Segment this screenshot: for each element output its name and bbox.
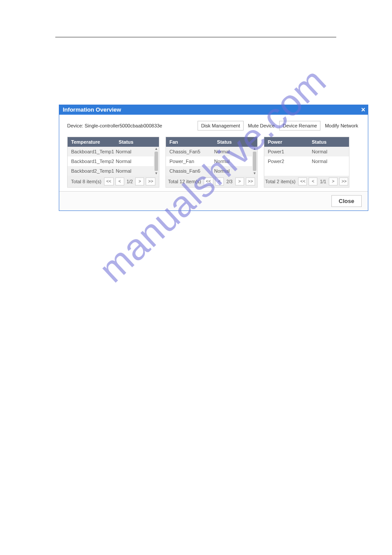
fan-header: Fan Status <box>166 137 257 147</box>
scrollbar[interactable]: ▲ ▼ <box>252 147 257 176</box>
disk-management-button[interactable]: Disk Management <box>198 121 244 131</box>
page-indicator: 1/1 <box>319 179 327 184</box>
dialog-title: Information Overview <box>63 106 121 113</box>
panels: Temperature Status Backboard1_Temp1 Norm… <box>67 137 360 188</box>
cell-name: Power2 <box>264 156 310 166</box>
page-indicator: 2/3 <box>226 179 234 184</box>
cell-name: Chassis_Fan5 <box>166 147 212 156</box>
fan-col-status: Status <box>215 137 257 147</box>
page-first-button[interactable]: << <box>104 178 114 185</box>
scroll-thumb[interactable] <box>155 152 158 171</box>
action-buttons: Disk Management Mute Device Device Renam… <box>198 121 360 131</box>
page-prev-button[interactable]: < <box>115 178 124 185</box>
page-prev-button[interactable]: < <box>215 178 224 185</box>
page-next-button[interactable]: > <box>135 178 144 185</box>
page-first-button[interactable]: << <box>298 178 307 185</box>
cell-status: Normal <box>212 156 252 166</box>
device-label: Device: Single-controller5000cbaab000833… <box>67 123 162 128</box>
page-first-button[interactable]: << <box>204 178 213 185</box>
cell-status: Normal <box>114 147 154 156</box>
power-col-status: Status <box>310 137 349 147</box>
cell-name: Power1 <box>264 147 310 156</box>
device-rename-button[interactable]: Device Rename <box>279 121 320 131</box>
fan-col-name: Fan <box>166 137 215 147</box>
dialog-header: Information Overview × <box>59 105 368 115</box>
cell-name: Backboard1_Temp2 <box>68 156 114 166</box>
table-row: Chassis_Fan5 Normal <box>166 147 252 156</box>
close-icon[interactable]: × <box>361 105 365 115</box>
page-prev-button[interactable]: < <box>309 178 317 185</box>
page-last-button[interactable]: >> <box>146 178 155 185</box>
table-row: Backboard1_Temp2 Normal <box>68 156 154 166</box>
cell-status: Normal <box>212 166 252 176</box>
total-label: Total 8 item(s) <box>71 179 101 184</box>
cell-status: Normal <box>114 156 154 166</box>
scroll-down-icon[interactable]: ▼ <box>253 171 256 176</box>
power-rows: Power1 Normal Power2 Normal <box>264 147 349 176</box>
page-last-button[interactable]: >> <box>339 178 348 185</box>
temperature-panel: Temperature Status Backboard1_Temp1 Norm… <box>67 137 159 188</box>
temperature-header: Temperature Status <box>68 137 159 147</box>
cell-name: Backboard2_Temp1 <box>68 166 114 176</box>
table-row: Power2 Normal <box>264 156 349 166</box>
dialog-body: Device: Single-controller5000cbaab000833… <box>59 115 368 191</box>
table-row: Backboard2_Temp1 Normal <box>68 166 154 176</box>
cell-name: Chassis_Fan6 <box>166 166 212 176</box>
modify-network-button[interactable]: Modify Network <box>323 122 360 130</box>
table-row: Chassis_Fan6 Normal <box>166 166 252 176</box>
scroll-thumb[interactable] <box>253 152 256 171</box>
page-indicator: 1/2 <box>126 179 134 184</box>
temperature-col-name: Temperature <box>68 137 117 147</box>
cell-status: Normal <box>310 147 349 156</box>
cell-status: Normal <box>212 147 252 156</box>
total-label: Total 12 item(s) <box>168 179 201 184</box>
page-last-button[interactable]: >> <box>246 178 255 185</box>
page-next-button[interactable]: > <box>235 178 244 185</box>
fan-footer: Total 12 item(s) << < 2/3 > >> <box>166 176 257 187</box>
power-panel: Power Status Power1 Normal Power2 Normal <box>264 137 349 188</box>
dialog-footer: Close <box>59 191 368 210</box>
power-footer: Total 2 item(s) << < 1/1 > >> <box>264 176 349 187</box>
device-row: Device: Single-controller5000cbaab000833… <box>67 121 360 131</box>
information-overview-dialog: Information Overview × Device: Single-co… <box>59 105 368 211</box>
cell-name: Power_Fan <box>166 156 212 166</box>
temperature-footer: Total 8 item(s) << < 1/2 > >> <box>68 176 159 187</box>
scroll-up-icon[interactable]: ▲ <box>253 147 256 151</box>
fan-rows: Chassis_Fan5 Normal Power_Fan Normal Cha… <box>166 147 257 176</box>
mute-device-button[interactable]: Mute Device <box>246 122 277 130</box>
temperature-rows: Backboard1_Temp1 Normal Backboard1_Temp2… <box>68 147 159 176</box>
cell-name: Backboard1_Temp1 <box>68 147 114 156</box>
close-button[interactable]: Close <box>331 195 362 207</box>
power-header: Power Status <box>264 137 349 147</box>
page-top-rule <box>55 37 336 37</box>
table-row: Power_Fan Normal <box>166 156 252 166</box>
table-row: Power1 Normal <box>264 147 349 156</box>
scrollbar[interactable]: ▲ ▼ <box>154 147 159 176</box>
temperature-col-status: Status <box>117 137 159 147</box>
total-label: Total 2 item(s) <box>265 179 295 184</box>
table-row: Backboard1_Temp1 Normal <box>68 147 154 156</box>
power-col-name: Power <box>264 137 310 147</box>
fan-panel: Fan Status Chassis_Fan5 Normal Power_Fan… <box>165 137 258 188</box>
scroll-up-icon[interactable]: ▲ <box>155 147 158 151</box>
cell-status: Normal <box>114 166 154 176</box>
page-next-button[interactable]: > <box>329 178 338 185</box>
scroll-down-icon[interactable]: ▼ <box>155 171 158 176</box>
cell-status: Normal <box>310 156 349 166</box>
